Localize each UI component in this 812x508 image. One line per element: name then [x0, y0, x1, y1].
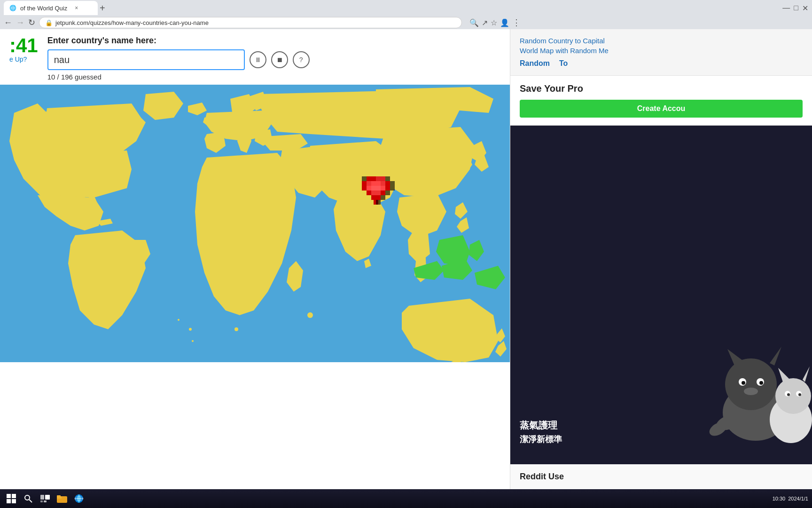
input-label: Enter country's name here: [47, 36, 500, 46]
svg-point-43 [742, 381, 745, 385]
random-tab[interactable]: Random [520, 59, 550, 68]
save-section: Save Your Pro Create Accou [510, 76, 812, 126]
start-button[interactable] [4, 491, 19, 506]
world-map-link[interactable]: World Map with Random Me [520, 47, 803, 55]
ad-text-line1: 蒸氣護理 [520, 419, 562, 432]
search-icon[interactable]: 🔍 [469, 18, 479, 27]
new-tab-btn[interactable]: + [100, 3, 105, 14]
taskbar-date: 2024/1/1 [788, 496, 808, 501]
svg-rect-23 [367, 190, 371, 195]
back-icon[interactable]: ← [4, 18, 12, 28]
svg-rect-8 [371, 176, 376, 181]
svg-point-1 [234, 327, 238, 331]
svg-rect-35 [381, 195, 385, 200]
svg-rect-22 [385, 186, 390, 190]
svg-rect-32 [390, 181, 395, 186]
svg-rect-24 [371, 190, 376, 195]
timer-section: :41 e Up? [9, 36, 38, 63]
svg-point-53 [798, 393, 801, 396]
reddit-section: Reddit Use [510, 464, 812, 489]
to-tab[interactable]: To [559, 59, 568, 68]
reddit-title: Reddit Use [520, 472, 803, 482]
svg-rect-31 [385, 176, 390, 181]
close-icon[interactable]: ✕ [802, 4, 808, 13]
svg-rect-20 [376, 186, 381, 190]
ad-cat-image [709, 328, 812, 445]
refresh-icon[interactable]: ↻ [28, 17, 35, 28]
account-icon[interactable]: 👤 [500, 18, 509, 27]
tab-close-btn[interactable]: × [75, 5, 78, 11]
svg-rect-18 [367, 186, 371, 190]
svg-point-45 [744, 388, 758, 395]
svg-rect-7 [367, 176, 371, 181]
ad-area: 蒸氣護理 潔淨新標準 [510, 126, 812, 464]
svg-rect-28 [376, 195, 381, 200]
tab-bar: 🌐 of the World Quiz × + — □ ✕ [0, 0, 812, 16]
give-up-link[interactable]: e Up? [9, 56, 27, 63]
address-input[interactable]: 🔒 jetpunk.com/quizzes/how-many-countries… [39, 17, 462, 28]
minimize-icon[interactable]: — [782, 4, 790, 12]
address-text: jetpunk.com/quizzes/how-many-countries-c… [55, 19, 209, 26]
share-icon[interactable]: ↗ [482, 18, 488, 27]
country-input[interactable] [47, 49, 245, 70]
svg-rect-25 [376, 190, 381, 195]
address-bar: ← → ↻ 🔒 jetpunk.com/quizzes/how-many-cou… [0, 16, 812, 29]
right-sidebar: Random Country to Capital World Map with… [510, 29, 812, 489]
menu-icon[interactable]: ⋮ [512, 17, 521, 28]
svg-rect-33 [390, 186, 395, 190]
svg-marker-48 [778, 368, 791, 382]
file-explorer-icon[interactable] [55, 491, 70, 506]
pause-button[interactable]: ⏸ [250, 51, 266, 68]
svg-rect-17 [362, 186, 367, 190]
svg-rect-9 [376, 176, 381, 181]
tab-title: of the World Quiz [20, 5, 67, 12]
random-country-link[interactable]: Random Country to Capital [520, 37, 803, 45]
svg-marker-40 [770, 347, 781, 365]
input-row: ⏸ ⏹ ? [47, 49, 500, 70]
svg-rect-21 [381, 186, 385, 190]
svg-rect-26 [381, 190, 385, 195]
active-tab[interactable]: 🌐 of the World Quiz × [4, 1, 98, 15]
svg-rect-14 [376, 181, 381, 186]
taskbar-time: 10:30 [773, 496, 786, 501]
svg-rect-62 [40, 495, 44, 500]
svg-rect-56 [7, 494, 11, 498]
svg-rect-30 [362, 176, 367, 181]
browser-taskbar-icon[interactable] [71, 491, 86, 506]
help-button[interactable]: ? [293, 51, 310, 68]
svg-rect-19 [371, 186, 376, 190]
svg-point-3 [307, 312, 313, 318]
svg-rect-65 [44, 500, 47, 502]
svg-rect-34 [385, 190, 390, 195]
svg-rect-58 [7, 499, 11, 503]
svg-rect-13 [371, 181, 376, 186]
ad-text: 蒸氣護理 潔淨新標準 [520, 419, 562, 445]
taskview-icon[interactable] [38, 491, 53, 506]
bookmark-icon[interactable]: ☆ [491, 18, 497, 27]
svg-rect-64 [40, 500, 43, 502]
forward-icon[interactable]: → [16, 18, 24, 28]
search-taskbar-icon[interactable] [21, 491, 36, 506]
svg-point-44 [759, 381, 763, 385]
svg-marker-49 [803, 366, 810, 382]
taskbar-right: 10:30 2024/1/1 [773, 496, 808, 501]
quiz-header: :41 e Up? Enter country's name here: ⏸ ⏹… [0, 29, 510, 85]
main-layout: :41 e Up? Enter country's name here: ⏸ ⏹… [0, 29, 812, 489]
maximize-icon[interactable]: □ [794, 4, 798, 12]
svg-rect-36 [376, 200, 381, 205]
save-title: Save Your Pro [520, 83, 803, 94]
svg-marker-39 [727, 349, 746, 365]
svg-rect-59 [12, 499, 16, 503]
svg-rect-11 [362, 181, 367, 186]
quiz-controls: Enter country's name here: ⏸ ⏹ ? 10 / 19… [47, 36, 500, 81]
svg-point-60 [25, 495, 30, 500]
stop-button[interactable]: ⏹ [271, 51, 288, 68]
svg-point-5 [192, 340, 194, 342]
svg-point-52 [787, 393, 790, 396]
create-account-button[interactable]: Create Accou [520, 100, 803, 118]
svg-point-38 [725, 358, 777, 410]
svg-rect-15 [381, 181, 385, 186]
svg-point-47 [775, 378, 811, 414]
svg-point-4 [189, 328, 192, 331]
svg-rect-10 [381, 176, 385, 181]
